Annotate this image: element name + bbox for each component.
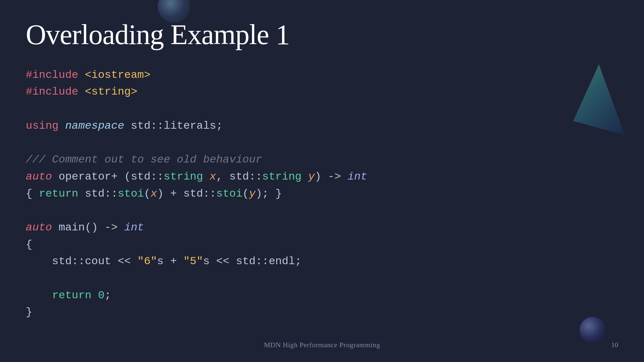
tok-open-brace-main: { [26, 238, 32, 251]
empty-line-4 [26, 270, 618, 287]
tok-using: using [26, 120, 59, 132]
code-line-include1: #include <iostream> [26, 67, 618, 84]
code-line-operator-body: { return std::stoi(x) + std::stoi(y); } [26, 185, 618, 202]
tok-string-2: string [262, 171, 302, 183]
code-line-close-brace: } [26, 304, 618, 321]
tok-string-1: string [163, 171, 203, 183]
tok-space-y [302, 171, 308, 183]
code-line-comment: /// Comment out to see old behaviour [26, 151, 618, 168]
empty-line-2 [26, 135, 618, 152]
code-line-open-brace: { [26, 236, 618, 253]
footer: MDN High Performance Programming 10 [0, 341, 644, 349]
tok-space-zero [91, 289, 98, 302]
code-block: #include <iostream> #include <string> us… [26, 67, 618, 321]
code-line-return: return 0; [26, 287, 618, 304]
empty-line-3 [26, 202, 618, 219]
tok-param-x: x [210, 171, 216, 183]
tok-stoi1-arg: ( [144, 188, 150, 200]
tok-path-1: <iostream> [78, 69, 150, 81]
tok-stoi-2: stoi [216, 188, 243, 200]
tok-zero: 0 [98, 289, 104, 302]
tok-param-y2: y [249, 188, 256, 200]
tok-param-y: y [308, 171, 314, 183]
tok-indent-cout: std::cout << [26, 255, 137, 267]
slide-content: Overloading Example 1 #include <iostream… [0, 0, 644, 362]
tok-space-1 [59, 120, 65, 132]
tok-preprocessor-1: #include [26, 69, 78, 81]
code-line-main-decl: auto main() -> int [26, 219, 618, 236]
tok-auto-1: auto [26, 171, 52, 183]
tok-close-brace-main: } [26, 306, 32, 318]
tok-main-name: main() -> [52, 221, 124, 234]
tok-s2: s << std::endl; [203, 255, 302, 267]
tok-preprocessor-2: #include [26, 86, 78, 98]
tok-space-x [203, 171, 210, 183]
tok-plus: ) + std:: [157, 188, 216, 200]
tok-param-x2: x [151, 188, 157, 200]
code-line-using: using namespace std::literals; [26, 117, 618, 135]
tok-int-2: int [124, 221, 144, 234]
tok-stoi-1: stoi [118, 188, 144, 200]
tok-space-stoi1: std:: [78, 188, 117, 200]
tok-path-2: <string> [78, 86, 137, 98]
tok-str-6: "6" [137, 255, 157, 267]
tok-auto-2: auto [26, 221, 52, 234]
slide-title: Overloading Example 1 [26, 19, 618, 51]
tok-space-2: std::literals; [124, 120, 223, 132]
tok-stoi2-arg: ( [242, 188, 249, 200]
tok-indent-return [26, 289, 52, 302]
tok-op-name: operator+ (std:: [52, 171, 164, 183]
code-line-operator-decl: auto operator+ (std::string x, std::stri… [26, 168, 618, 185]
tok-str-5: "5" [183, 255, 203, 267]
footer-title: MDN High Performance Programming [264, 341, 380, 349]
tok-namespace: namespace [65, 120, 124, 132]
code-line-cout: std::cout << "6"s + "5"s << std::endl; [26, 253, 618, 270]
tok-close-paren: ) -> [315, 171, 348, 183]
tok-semi-return: ; [105, 289, 111, 302]
tok-return-main: return [52, 289, 91, 302]
page-number: 10 [611, 341, 618, 349]
tok-end-op: ); } [256, 188, 282, 200]
tok-return-op: return [39, 188, 78, 200]
tok-comment: /// Comment out to see old behaviour [26, 153, 262, 166]
tok-open-brace-op: { [26, 188, 39, 200]
tok-comma: , std:: [216, 171, 262, 183]
tok-int-1: int [348, 171, 367, 183]
empty-line-1 [26, 100, 618, 117]
code-line-include2: #include <string> [26, 83, 618, 100]
tok-s1: s + [157, 255, 183, 267]
